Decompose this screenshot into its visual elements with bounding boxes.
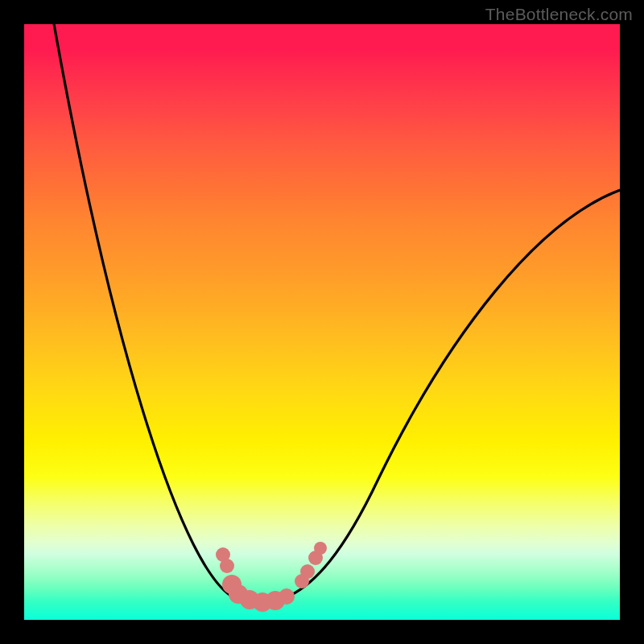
curve-markers-group — [216, 542, 327, 612]
watermark-text: TheBottleneck.com — [485, 5, 633, 24]
curve-marker — [220, 559, 234, 573]
curve-marker — [300, 564, 315, 579]
curve-marker — [279, 588, 295, 605]
bottleneck-curve — [48, 24, 620, 602]
curve-layer — [24, 24, 620, 620]
plot-area — [24, 24, 620, 620]
curve-marker — [314, 542, 327, 555]
